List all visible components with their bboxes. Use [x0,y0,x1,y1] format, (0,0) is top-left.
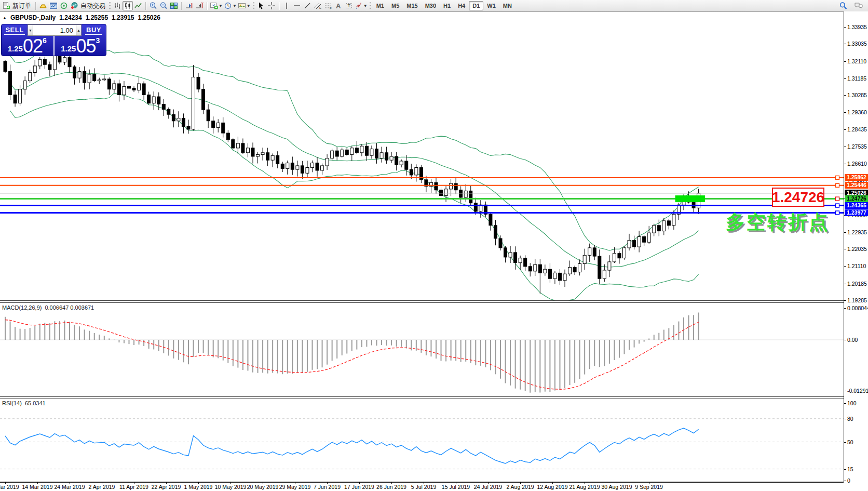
text-label-tool-icon[interactable]: T [344,1,354,10]
pane-separator[interactable] [0,300,868,303]
price-tick: 1.19285 [844,297,868,303]
price-tick: 1.27535 [844,143,868,150]
sell-price-display[interactable]: 1.25 02 6 [2,36,53,56]
buy-price-display[interactable]: 1.25 05 3 [55,36,106,56]
candle-body [117,84,120,95]
candle-body [643,236,646,242]
trendline-tool-icon[interactable] [302,1,313,10]
timeframe-M1[interactable]: M1 [373,1,388,10]
price-axis[interactable]: 1.339351.330351.321101.311851.302851.293… [844,11,868,482]
volume-increase-button[interactable]: ▲ [76,24,82,36]
signal-icon[interactable] [59,1,69,10]
macd-pane[interactable] [0,303,844,396]
timeframe-MN[interactable]: MN [499,1,516,10]
candle-body [613,254,616,262]
candle-body [142,84,145,95]
highlight-zone[interactable] [675,195,706,202]
gold-ingot-icon[interactable] [38,1,48,10]
high-value: 1.25255 [86,14,108,21]
sell-button[interactable]: SELL [2,24,28,36]
line-chart-type-icon[interactable] [133,1,143,10]
line-anchor[interactable] [836,204,839,207]
candle-body [528,267,532,271]
rsi-pane[interactable] [0,399,844,482]
sell-price-pip: 6 [43,37,47,44]
buy-button[interactable]: BUY [82,24,106,36]
new-order-button[interactable] [1,1,11,10]
main-price-pane[interactable] [0,12,844,300]
candle-body [276,155,279,164]
candle-body [400,161,403,165]
timeframe-M5[interactable]: M5 [388,1,403,10]
timeframe-M15[interactable]: M15 [403,1,421,10]
candle-body [212,121,215,128]
line-anchor[interactable] [836,211,839,215]
equidistant-channel-tool-icon[interactable]: E [313,1,323,10]
toolbar-grip[interactable] [109,2,111,9]
pane-separator[interactable] [0,396,868,399]
candle-body [623,248,626,258]
candle-body [598,256,601,278]
volume-input[interactable] [33,24,76,36]
candle-body [88,74,91,83]
bar-chart-type-icon[interactable] [112,1,123,10]
arrows-tool-button[interactable]: ▼ [354,1,368,10]
templates-button[interactable]: ▼ [237,1,251,10]
buy-price-pip: 3 [96,37,100,44]
level-lines[interactable] [0,178,844,213]
candle-body [261,153,264,155]
tile-windows-icon[interactable] [169,1,179,10]
vertical-line-tool-icon[interactable] [281,1,292,10]
search-icon[interactable] [838,1,848,10]
time-axis[interactable]: 5 Mar 201914 Mar 201924 Mar 20192 Apr 20… [0,483,868,491]
timeframe-H4[interactable]: H4 [454,1,469,10]
turning-point-annotation[interactable]: 多空转折点 [726,209,830,235]
line-anchor[interactable] [836,197,839,201]
volume-decrease-button[interactable]: ▼ [28,24,33,36]
price-chip-1.25862: 1.25862 [845,174,868,181]
candle-body [53,55,56,70]
candle-body [573,268,576,272]
autotrading-icon[interactable] [69,1,79,10]
timeframe-W1[interactable]: W1 [483,1,499,10]
chat-icon[interactable] [853,1,864,10]
toolbar-grip[interactable] [370,2,371,9]
candle-body [459,190,463,197]
date-label: 30 Aug 2019 [602,484,632,490]
timeframe-H1[interactable]: H1 [440,1,454,10]
candle-body [499,238,502,248]
new-order-label[interactable]: 新订单 [11,2,33,10]
candle-body [38,59,42,66]
candle-body [326,158,329,166]
periods-button[interactable]: ▼ [223,1,237,10]
autotrading-label[interactable]: 自动交易 [79,2,107,10]
fibonacci-tool-icon[interactable]: F [323,1,333,10]
candle-body [395,156,398,165]
candle-body [152,97,155,103]
price-tick: 80 [844,416,868,422]
candlestick-chart-type-icon[interactable] [123,1,133,10]
line-anchor[interactable] [836,183,839,187]
date-label: 22 Apr 2019 [152,484,181,490]
cursor-tool-icon[interactable] [256,1,266,10]
buy-price-big: 05 [76,37,96,55]
zoom-out-icon[interactable] [158,1,169,10]
timeframe-M30[interactable]: M30 [422,1,440,10]
text-tool-icon[interactable]: A [333,1,344,10]
auto-scroll-icon[interactable] [184,1,194,10]
candle-body [271,155,274,160]
toolbar: 新订单 自动交易 [0,0,868,11]
collapse-icon[interactable]: ▲ [3,16,7,20]
candle-body [43,59,46,64]
new-chart-button[interactable]: ▼ [209,1,223,10]
zoom-in-icon[interactable] [148,1,158,10]
crosshair-tool-icon[interactable] [266,1,277,10]
chart-shift-icon[interactable] [194,1,205,10]
horizontal-line-tool-icon[interactable] [292,1,302,10]
toolbar-grip[interactable] [253,2,254,9]
line-anchor[interactable] [836,176,839,179]
price-callout-label[interactable]: 1.24726 [772,188,824,207]
chart-window-icon[interactable] [48,1,59,10]
candle-body [23,81,26,89]
timeframe-D1[interactable]: D1 [469,1,483,10]
